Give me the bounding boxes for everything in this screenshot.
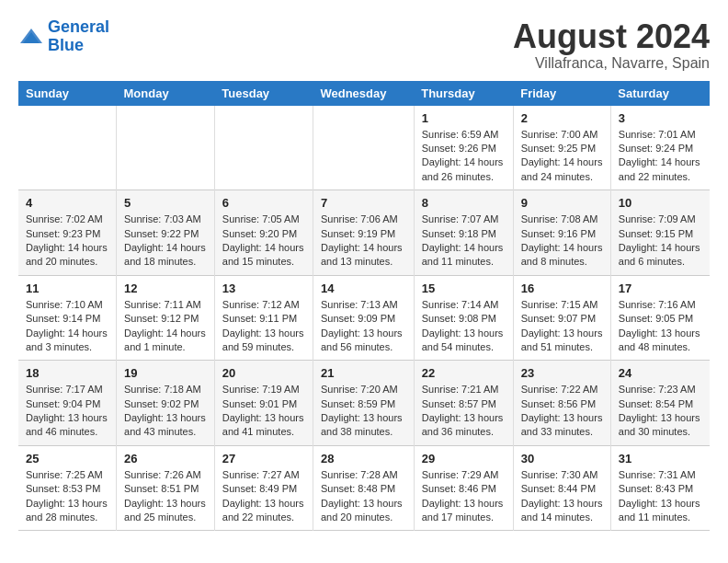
day-cell: 2Sunrise: 7:00 AMSunset: 9:25 PMDaylight…: [513, 106, 610, 190]
day-info: Sunrise: 7:14 AMSunset: 9:08 PMDaylight:…: [422, 298, 506, 355]
day-cell: 6Sunrise: 7:05 AMSunset: 9:20 PMDaylight…: [214, 190, 313, 276]
day-info: Sunrise: 7:18 AMSunset: 9:02 PMDaylight:…: [124, 383, 207, 440]
day-info: Sunrise: 7:08 AMSunset: 9:16 PMDaylight:…: [521, 213, 603, 270]
day-cell: 28Sunrise: 7:28 AMSunset: 8:48 PMDayligh…: [313, 445, 414, 531]
day-number: 29: [422, 452, 506, 465]
day-cell: [214, 106, 313, 190]
title-block: August 2024 Villafranca, Navarre, Spain: [513, 18, 710, 72]
day-cell: 16Sunrise: 7:15 AMSunset: 9:07 PMDayligh…: [513, 275, 610, 361]
logo-icon: [18, 27, 44, 47]
week-row-5: 25Sunrise: 7:25 AMSunset: 8:53 PMDayligh…: [18, 445, 710, 531]
day-cell: 13Sunrise: 7:12 AMSunset: 9:11 PMDayligh…: [214, 275, 313, 361]
day-cell: 15Sunrise: 7:14 AMSunset: 9:08 PMDayligh…: [414, 275, 513, 361]
day-cell: 31Sunrise: 7:31 AMSunset: 8:43 PMDayligh…: [610, 445, 710, 531]
day-info: Sunrise: 7:28 AMSunset: 8:48 PMDaylight:…: [321, 468, 406, 525]
day-number: 31: [619, 452, 702, 465]
day-header-sunday: Sunday: [18, 81, 117, 106]
day-info: Sunrise: 7:23 AMSunset: 8:54 PMDaylight:…: [619, 383, 702, 440]
day-info: Sunrise: 7:13 AMSunset: 9:09 PMDaylight:…: [321, 298, 406, 355]
day-cell: [313, 106, 414, 190]
day-cell: 23Sunrise: 7:22 AMSunset: 8:56 PMDayligh…: [513, 361, 610, 446]
day-cell: 25Sunrise: 7:25 AMSunset: 8:53 PMDayligh…: [18, 445, 117, 531]
day-cell: 29Sunrise: 7:29 AMSunset: 8:46 PMDayligh…: [414, 445, 513, 531]
day-info: Sunrise: 7:16 AMSunset: 9:05 PMDaylight:…: [619, 298, 702, 355]
day-number: 6: [222, 196, 305, 210]
day-cell: 1Sunrise: 6:59 AMSunset: 9:26 PMDaylight…: [414, 106, 513, 190]
day-cell: 27Sunrise: 7:27 AMSunset: 8:49 PMDayligh…: [214, 445, 313, 531]
day-cell: 17Sunrise: 7:16 AMSunset: 9:05 PMDayligh…: [610, 275, 710, 361]
day-number: 3: [619, 111, 702, 125]
day-number: 5: [124, 196, 207, 210]
day-info: Sunrise: 7:26 AMSunset: 8:51 PMDaylight:…: [124, 468, 207, 525]
day-cell: 22Sunrise: 7:21 AMSunset: 8:57 PMDayligh…: [414, 361, 513, 446]
day-number: 14: [321, 282, 406, 295]
day-cell: 4Sunrise: 7:02 AMSunset: 9:23 PMDaylight…: [18, 190, 117, 276]
logo: General Blue: [18, 18, 109, 55]
day-number: 1: [422, 111, 506, 125]
day-number: 10: [619, 196, 702, 210]
day-number: 26: [124, 452, 207, 465]
day-info: Sunrise: 7:25 AMSunset: 8:53 PMDaylight:…: [26, 468, 108, 525]
day-info: Sunrise: 7:10 AMSunset: 9:14 PMDaylight:…: [26, 298, 108, 355]
day-cell: 24Sunrise: 7:23 AMSunset: 8:54 PMDayligh…: [610, 361, 710, 446]
day-cell: 7Sunrise: 7:06 AMSunset: 9:19 PMDaylight…: [313, 190, 414, 276]
day-info: Sunrise: 7:29 AMSunset: 8:46 PMDaylight:…: [422, 468, 506, 525]
day-cell: 26Sunrise: 7:26 AMSunset: 8:51 PMDayligh…: [117, 445, 215, 531]
day-number: 27: [222, 452, 305, 465]
day-header-wednesday: Wednesday: [313, 81, 414, 106]
day-cell: [18, 106, 117, 190]
day-number: 9: [521, 196, 603, 210]
day-info: Sunrise: 7:01 AMSunset: 9:24 PMDaylight:…: [619, 128, 702, 185]
calendar-header: SundayMondayTuesdayWednesdayThursdayFrid…: [18, 81, 710, 106]
day-header-saturday: Saturday: [610, 81, 710, 106]
location: Villafranca, Navarre, Spain: [513, 55, 710, 72]
day-info: Sunrise: 7:15 AMSunset: 9:07 PMDaylight:…: [521, 298, 603, 355]
day-info: Sunrise: 7:11 AMSunset: 9:12 PMDaylight:…: [124, 298, 207, 355]
day-info: Sunrise: 7:22 AMSunset: 8:56 PMDaylight:…: [521, 383, 603, 440]
day-info: Sunrise: 7:17 AMSunset: 9:04 PMDaylight:…: [26, 383, 108, 440]
day-info: Sunrise: 7:30 AMSunset: 8:44 PMDaylight:…: [521, 468, 603, 525]
day-header-monday: Monday: [117, 81, 215, 106]
day-number: 25: [26, 452, 108, 465]
day-number: 7: [321, 196, 406, 210]
day-number: 20: [222, 366, 305, 380]
day-info: Sunrise: 7:02 AMSunset: 9:23 PMDaylight:…: [26, 213, 108, 270]
day-cell: 8Sunrise: 7:07 AMSunset: 9:18 PMDaylight…: [414, 190, 513, 276]
day-info: Sunrise: 7:07 AMSunset: 9:18 PMDaylight:…: [422, 213, 506, 270]
day-cell: 14Sunrise: 7:13 AMSunset: 9:09 PMDayligh…: [313, 275, 414, 361]
day-number: 2: [521, 111, 603, 125]
day-number: 16: [521, 282, 603, 295]
day-cell: 12Sunrise: 7:11 AMSunset: 9:12 PMDayligh…: [117, 275, 215, 361]
day-header-thursday: Thursday: [414, 81, 513, 106]
day-header-friday: Friday: [513, 81, 610, 106]
day-cell: 21Sunrise: 7:20 AMSunset: 8:59 PMDayligh…: [313, 361, 414, 446]
day-info: Sunrise: 7:12 AMSunset: 9:11 PMDaylight:…: [222, 298, 305, 355]
day-cell: 10Sunrise: 7:09 AMSunset: 9:15 PMDayligh…: [610, 190, 710, 276]
day-cell: 3Sunrise: 7:01 AMSunset: 9:24 PMDaylight…: [610, 106, 710, 190]
calendar-table: SundayMondayTuesdayWednesdayThursdayFrid…: [18, 81, 710, 532]
day-header-tuesday: Tuesday: [214, 81, 313, 106]
day-number: 8: [422, 196, 506, 210]
day-number: 4: [26, 196, 108, 210]
day-info: Sunrise: 6:59 AMSunset: 9:26 PMDaylight:…: [422, 128, 506, 185]
day-number: 22: [422, 366, 506, 380]
day-info: Sunrise: 7:21 AMSunset: 8:57 PMDaylight:…: [422, 383, 506, 440]
day-cell: 11Sunrise: 7:10 AMSunset: 9:14 PMDayligh…: [18, 275, 117, 361]
day-cell: 20Sunrise: 7:19 AMSunset: 9:01 PMDayligh…: [214, 361, 313, 446]
day-number: 21: [321, 366, 406, 380]
day-number: 19: [124, 366, 207, 380]
day-number: 28: [321, 452, 406, 465]
day-cell: 9Sunrise: 7:08 AMSunset: 9:16 PMDaylight…: [513, 190, 610, 276]
week-row-3: 11Sunrise: 7:10 AMSunset: 9:14 PMDayligh…: [18, 275, 710, 361]
day-number: 18: [26, 366, 108, 380]
day-cell: 19Sunrise: 7:18 AMSunset: 9:02 PMDayligh…: [117, 361, 215, 446]
day-cell: 5Sunrise: 7:03 AMSunset: 9:22 PMDaylight…: [117, 190, 215, 276]
day-number: 24: [619, 366, 702, 380]
day-cell: 30Sunrise: 7:30 AMSunset: 8:44 PMDayligh…: [513, 445, 610, 531]
day-cell: 18Sunrise: 7:17 AMSunset: 9:04 PMDayligh…: [18, 361, 117, 446]
day-info: Sunrise: 7:05 AMSunset: 9:20 PMDaylight:…: [222, 213, 305, 270]
day-headers-row: SundayMondayTuesdayWednesdayThursdayFrid…: [18, 81, 710, 106]
day-number: 11: [26, 282, 108, 295]
day-info: Sunrise: 7:09 AMSunset: 9:15 PMDaylight:…: [619, 213, 702, 270]
day-info: Sunrise: 7:27 AMSunset: 8:49 PMDaylight:…: [222, 468, 305, 525]
